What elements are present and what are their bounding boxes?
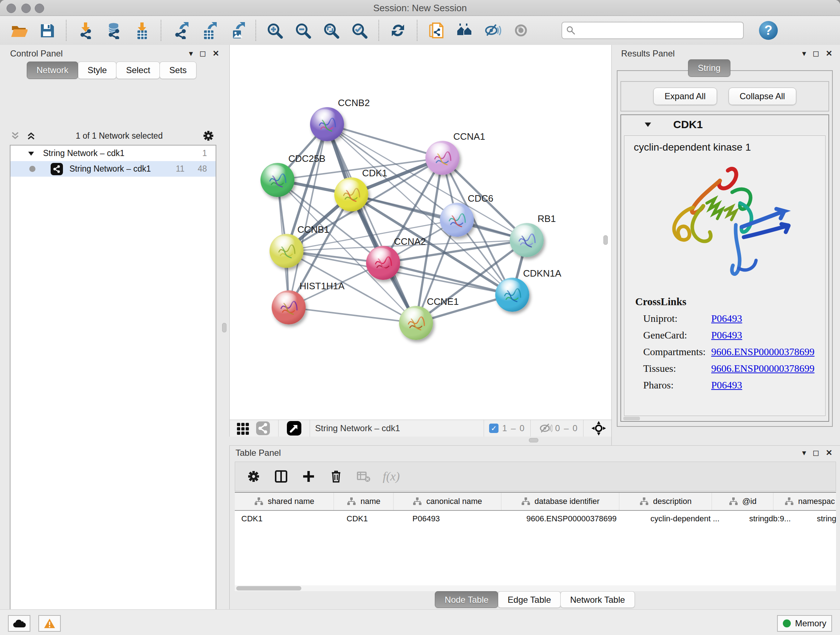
- collapse-panel-icon[interactable]: ▾: [189, 50, 193, 57]
- network-collection-row[interactable]: String Network – cdk1 1: [11, 146, 216, 161]
- import-table-button[interactable]: [133, 21, 151, 40]
- close-panel-icon[interactable]: ✕: [826, 449, 832, 457]
- protein-section-header[interactable]: CDK1: [621, 115, 829, 134]
- crosslink-link[interactable]: 9606.ENSP00000378699: [711, 363, 814, 374]
- tab-network-table[interactable]: Network Table: [561, 591, 635, 608]
- expand-all-button[interactable]: Expand All: [653, 88, 717, 105]
- column-header-@id[interactable]: @id: [712, 493, 774, 510]
- table-cell[interactable]: CDK1: [235, 511, 340, 527]
- edge-CCNB2-HIST1H1A[interactable]: [289, 124, 327, 307]
- selected-indicator-checkbox[interactable]: ✓: [489, 424, 499, 433]
- edge-CCNB2-CCNE1[interactable]: [327, 124, 416, 323]
- edge-CCNB2-CCNA1[interactable]: [327, 124, 442, 158]
- close-panel-icon[interactable]: ✕: [213, 50, 219, 57]
- save-session-button[interactable]: [38, 21, 57, 40]
- close-panel-icon[interactable]: ✕: [826, 50, 832, 57]
- collapse-all-networks-icon[interactable]: [10, 130, 21, 141]
- crosslink-link[interactable]: 9606.ENSP00000378699: [711, 346, 814, 357]
- node-CDC6[interactable]: [440, 203, 474, 237]
- open-session-button[interactable]: [9, 21, 28, 40]
- hide-items-button[interactable]: [483, 21, 502, 40]
- zoom-selected-button[interactable]: [350, 21, 369, 40]
- column-header-canonical-name[interactable]: canonical name: [393, 493, 501, 510]
- zoom-fit-button[interactable]: [322, 21, 341, 40]
- tab-node-table[interactable]: Node Table: [435, 591, 498, 608]
- results-horizontal-scrollbar[interactable]: [623, 417, 640, 420]
- table-cell[interactable]: P06493: [406, 511, 520, 527]
- node-RB1[interactable]: [510, 223, 544, 257]
- open-in-external-icon[interactable]: [286, 421, 302, 436]
- node-CDC25B[interactable]: [261, 163, 294, 197]
- node-CDKN1A[interactable]: [495, 278, 529, 312]
- export-image-button[interactable]: [227, 21, 246, 40]
- refresh-button[interactable]: [388, 21, 407, 40]
- table-cell[interactable]: CDK1: [340, 511, 406, 527]
- crosslink-link[interactable]: P06493: [711, 379, 742, 391]
- crosslink-link[interactable]: P06493: [711, 329, 742, 340]
- table-cell[interactable]: stringdb: [810, 511, 836, 527]
- float-panel-icon[interactable]: ◻: [813, 449, 819, 457]
- node-HIST1H1A[interactable]: [272, 290, 306, 325]
- tab-sets[interactable]: Sets: [159, 62, 196, 79]
- show-columns-icon[interactable]: [273, 468, 289, 485]
- collection-expand-icon[interactable]: [27, 149, 35, 157]
- delete-column-icon[interactable]: [328, 468, 344, 485]
- column-header-description[interactable]: description: [619, 493, 712, 510]
- tab-string[interactable]: String: [688, 59, 730, 77]
- fit-content-crosshair-icon[interactable]: [592, 421, 606, 435]
- birds-eye-view-icon[interactable]: [236, 421, 250, 435]
- collapse-panel-icon[interactable]: ▾: [802, 50, 806, 57]
- crosslink-link[interactable]: P06493: [711, 313, 742, 324]
- network-canvas[interactable]: CCNB2 CCNA1 CDC25B CDK1 CDC6 RB1: [229, 45, 612, 420]
- tab-select[interactable]: Select: [116, 62, 160, 79]
- cloud-status-button[interactable]: [8, 615, 30, 632]
- float-panel-icon[interactable]: ◻: [813, 50, 819, 57]
- node-CCNB2[interactable]: [310, 107, 344, 141]
- collapse-all-button[interactable]: Collapse All: [729, 88, 796, 105]
- duplicate-document-button[interactable]: [427, 21, 446, 40]
- float-panel-icon[interactable]: ◻: [199, 50, 206, 57]
- zoom-out-button[interactable]: [294, 21, 313, 40]
- zoom-in-button[interactable]: [265, 21, 284, 40]
- node-CCNA1[interactable]: [425, 141, 459, 175]
- import-network-button[interactable]: [76, 21, 95, 40]
- string-style-icon[interactable]: [256, 421, 270, 435]
- node-CCNA2[interactable]: [366, 246, 400, 280]
- column-header-shared-name[interactable]: shared name: [235, 493, 334, 510]
- table-cell[interactable]: cyclin-dependent ...: [644, 511, 743, 527]
- export-table-button[interactable]: [199, 21, 218, 40]
- help-button[interactable]: ?: [759, 21, 778, 40]
- export-network-button[interactable]: [171, 21, 189, 40]
- section-collapse-icon[interactable]: [644, 120, 652, 129]
- tab-edge-table[interactable]: Edge Table: [498, 591, 561, 608]
- search-input[interactable]: [576, 25, 743, 36]
- right-splitter-handle[interactable]: [603, 235, 608, 245]
- network-row[interactable]: String Network – cdk1 11 48: [11, 161, 216, 177]
- expand-all-networks-icon[interactable]: [26, 130, 36, 141]
- node-CCNB1[interactable]: [270, 234, 303, 268]
- node-CCNE1[interactable]: [399, 306, 433, 340]
- tab-style[interactable]: Style: [78, 62, 117, 79]
- table-cell[interactable]: 9606.ENSP00000378699: [520, 511, 644, 527]
- table-row[interactable]: CDK1CDK1P064939606.ENSP00000378699cyclin…: [235, 511, 836, 527]
- warnings-button[interactable]: [38, 615, 61, 632]
- collapse-panel-icon[interactable]: ▾: [802, 449, 806, 457]
- node-CDK1[interactable]: [334, 177, 368, 211]
- table-cell[interactable]: stringdb:9...: [743, 511, 810, 527]
- tab-network[interactable]: Network: [27, 62, 78, 79]
- home-network-button[interactable]: [455, 21, 474, 40]
- table-horizontal-scrollbar[interactable]: [235, 585, 836, 591]
- show-items-button[interactable]: [512, 21, 531, 40]
- column-header-namespac[interactable]: namespac: [774, 493, 836, 510]
- bottom-splitter-handle[interactable]: [529, 438, 538, 442]
- table-options-gear-icon[interactable]: [245, 468, 262, 485]
- left-splitter-handle[interactable]: [222, 323, 226, 333]
- edge-HIST1H1A-CCNE1[interactable]: [289, 307, 416, 323]
- column-header-database-identifier[interactable]: database identifier: [501, 493, 619, 510]
- import-database-button[interactable]: [104, 21, 123, 40]
- column-header-name[interactable]: name: [334, 493, 393, 510]
- memory-button[interactable]: Memory: [777, 615, 832, 632]
- add-column-icon[interactable]: [300, 468, 317, 485]
- search-box[interactable]: [561, 22, 744, 39]
- network-options-gear-icon[interactable]: [202, 129, 215, 142]
